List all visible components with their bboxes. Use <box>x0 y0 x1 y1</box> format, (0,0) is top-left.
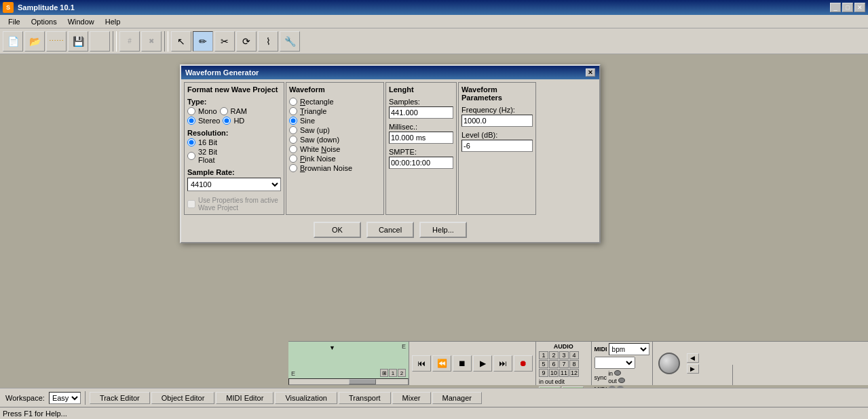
master-knob[interactable] <box>658 353 680 374</box>
audio-num-5[interactable]: 5 <box>539 360 548 368</box>
rewind-to-start-button[interactable]: ⏮ <box>412 355 431 372</box>
bit16-label: 16 Bit <box>198 138 217 146</box>
close-button[interactable]: ✕ <box>854 3 865 12</box>
pointer-button[interactable]: ↖ <box>171 31 191 52</box>
track-mini-view: E E ▼ ⊞ 1 2 <box>288 342 409 385</box>
audio-num-10[interactable]: 10 <box>549 369 559 377</box>
sawup-radio[interactable] <box>289 126 297 134</box>
dialog-buttons: OK Cancel Help... <box>181 218 599 242</box>
fast-forward-button[interactable]: ⏭ <box>493 355 512 372</box>
smpte-input[interactable] <box>389 157 453 169</box>
cancel-button[interactable]: Cancel <box>366 222 414 238</box>
stereo-radio[interactable] <box>187 117 195 125</box>
menu-options[interactable]: Options <box>26 16 62 27</box>
stop-button[interactable]: ⏹ <box>453 355 472 372</box>
millisec-group: Millisec.: <box>389 123 453 144</box>
tab-object-editor[interactable]: Object Editor <box>151 392 215 404</box>
bit16-radio[interactable] <box>187 138 195 146</box>
audio-num-12[interactable]: 12 <box>569 369 579 377</box>
dialog-close-button[interactable]: ✕ <box>586 68 595 77</box>
menu-file[interactable]: File <box>3 16 26 27</box>
pinknoise-label: Pink Noise <box>300 155 336 163</box>
bit32-radio[interactable] <box>187 152 195 160</box>
tab-midi-editor[interactable]: MIDI Editor <box>216 392 273 404</box>
frequency-input[interactable] <box>461 115 533 127</box>
pencil-button[interactable]: ✏ <box>193 31 213 52</box>
mini-btn-3[interactable]: 2 <box>398 369 406 377</box>
maximize-button[interactable]: □ <box>842 3 853 12</box>
track-scrollbar[interactable] <box>288 378 409 385</box>
record-button[interactable]: ⏺ <box>514 355 533 372</box>
ram-radio[interactable] <box>220 107 228 115</box>
track-dropdown[interactable]: ▼ <box>329 344 335 351</box>
type-radio-group: Mono RAM Stereo HD <box>187 107 281 125</box>
sample-rate-dropdown[interactable]: 44100 <box>187 178 281 191</box>
scissors-button[interactable]: ✂ <box>214 31 235 52</box>
play-button[interactable]: ▶ <box>473 355 492 372</box>
blank-button[interactable] <box>90 31 110 52</box>
menu-window[interactable]: Window <box>62 16 100 27</box>
audio-num-11[interactable]: 11 <box>559 369 569 377</box>
use-props-checkbox[interactable] <box>187 200 195 208</box>
mini-btn-2[interactable]: 1 <box>389 369 397 377</box>
audio-num-8[interactable]: 8 <box>569 360 579 368</box>
type-label: Type: <box>187 98 281 106</box>
save-button[interactable]: 💾 <box>68 31 88 52</box>
nav-up-button[interactable]: ◀ <box>687 353 699 363</box>
audio-num-2[interactable]: 2 <box>549 351 559 359</box>
tab-track-editor[interactable]: Track Editor <box>90 392 150 404</box>
track-mini-buttons: ⊞ 1 2 <box>380 369 406 377</box>
sync-label: sync <box>595 374 607 381</box>
audio-num-3[interactable]: 3 <box>559 351 569 359</box>
audio-num-4[interactable]: 4 <box>569 351 579 359</box>
mini-btn-1[interactable]: ⊞ <box>380 369 388 377</box>
tab-transport[interactable]: Transport <box>339 392 391 404</box>
nav-down-button[interactable]: ▶ <box>687 364 699 374</box>
sine-radio[interactable] <box>289 117 297 125</box>
millisec-input[interactable] <box>389 132 453 144</box>
rectangle-radio[interactable] <box>289 98 297 106</box>
rewind-button[interactable]: ⏪ <box>432 355 451 372</box>
format-panel: Format new Wave Project Type: Mono RAM S… <box>184 82 284 215</box>
grid-button[interactable]: # <box>119 31 140 52</box>
workspace-dropdown[interactable]: Easy <box>49 392 81 404</box>
audio-num-9[interactable]: 9 <box>539 369 548 377</box>
samples-input[interactable] <box>389 106 453 119</box>
pinknoise-radio[interactable] <box>289 155 297 163</box>
tab-mixer[interactable]: Mixer <box>392 392 431 404</box>
tab-visualization[interactable]: Visualization <box>275 392 337 404</box>
new-button[interactable]: 📄 <box>3 31 23 52</box>
audio-num-6[interactable]: 6 <box>549 360 559 368</box>
help-button[interactable]: Help... <box>419 222 467 238</box>
tool6-button[interactable]: 🔧 <box>280 31 300 52</box>
tool5-button[interactable]: ⌇ <box>258 31 278 52</box>
glue-button[interactable]: ✖ <box>141 31 162 52</box>
mono-radio[interactable] <box>187 107 195 115</box>
loop-button[interactable]: ⟳ <box>236 31 257 52</box>
wave-button[interactable]: ⋯⋯ <box>46 31 67 52</box>
sawdown-radio[interactable] <box>289 136 297 144</box>
level-input[interactable] <box>461 140 533 152</box>
ram-label: RAM <box>231 107 247 115</box>
audio-num-7[interactable]: 7 <box>559 360 569 368</box>
browniannoise-radio[interactable] <box>289 164 297 172</box>
bpm-dropdown[interactable]: bpm <box>609 343 649 355</box>
ok-button[interactable]: OK <box>314 222 361 238</box>
sawup-label: Saw (up) <box>300 126 330 134</box>
menu-help[interactable]: Help <box>100 16 126 27</box>
track-display: E E ▼ ⊞ 1 2 <box>288 342 409 378</box>
triangle-radio[interactable] <box>289 107 297 115</box>
tab-manager[interactable]: Manager <box>432 392 482 404</box>
audio-num-1[interactable]: 1 <box>539 351 548 359</box>
frequency-group: Frequency (Hz): <box>461 106 533 127</box>
whitenoise-radio[interactable] <box>289 145 297 153</box>
midi-label: MIDI <box>595 346 607 353</box>
sync-out-led <box>618 378 625 383</box>
midi-channel-dropdown[interactable] <box>595 357 635 369</box>
smpte-group: SMPTE: <box>389 148 453 169</box>
hd-radio[interactable] <box>223 117 231 125</box>
params-panel: Waveform Parameters Frequency (Hz): Leve… <box>458 82 536 215</box>
open-button[interactable]: 📂 <box>24 31 45 52</box>
minimize-button[interactable]: _ <box>830 3 841 12</box>
app-title: Samplitude 10.1 <box>18 3 75 12</box>
